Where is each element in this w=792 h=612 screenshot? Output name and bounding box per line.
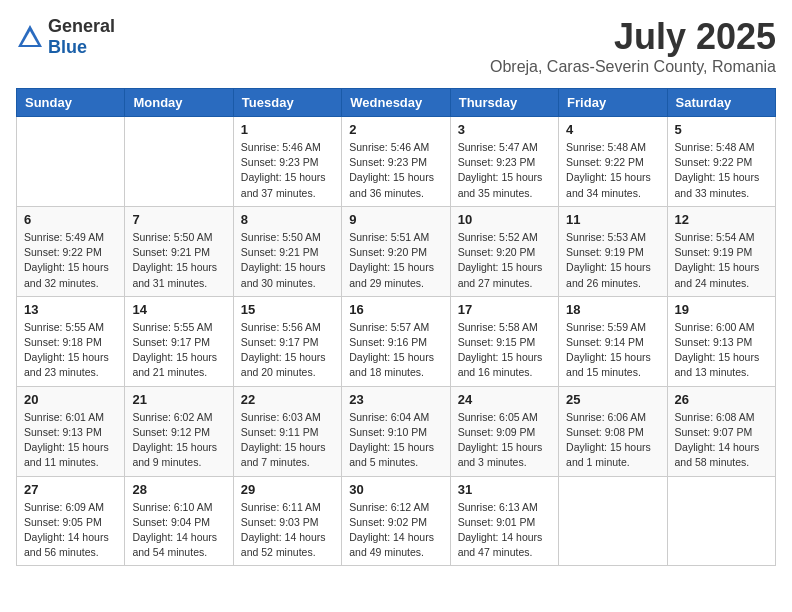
calendar-cell: 24Sunrise: 6:05 AM Sunset: 9:09 PM Dayli…	[450, 386, 558, 476]
day-number: 4	[566, 122, 659, 137]
day-info: Sunrise: 5:50 AM Sunset: 9:21 PM Dayligh…	[241, 230, 334, 291]
day-info: Sunrise: 6:04 AM Sunset: 9:10 PM Dayligh…	[349, 410, 442, 471]
calendar-cell: 19Sunrise: 6:00 AM Sunset: 9:13 PM Dayli…	[667, 296, 775, 386]
day-of-week-thursday: Thursday	[450, 89, 558, 117]
calendar-cell: 20Sunrise: 6:01 AM Sunset: 9:13 PM Dayli…	[17, 386, 125, 476]
day-info: Sunrise: 6:11 AM Sunset: 9:03 PM Dayligh…	[241, 500, 334, 561]
day-number: 16	[349, 302, 442, 317]
day-info: Sunrise: 5:46 AM Sunset: 9:23 PM Dayligh…	[241, 140, 334, 201]
day-number: 11	[566, 212, 659, 227]
day-number: 24	[458, 392, 551, 407]
calendar-cell: 5Sunrise: 5:48 AM Sunset: 9:22 PM Daylig…	[667, 117, 775, 207]
day-number: 23	[349, 392, 442, 407]
day-info: Sunrise: 5:48 AM Sunset: 9:22 PM Dayligh…	[566, 140, 659, 201]
day-number: 3	[458, 122, 551, 137]
day-info: Sunrise: 5:56 AM Sunset: 9:17 PM Dayligh…	[241, 320, 334, 381]
calendar-cell: 27Sunrise: 6:09 AM Sunset: 9:05 PM Dayli…	[17, 476, 125, 566]
calendar-cell: 9Sunrise: 5:51 AM Sunset: 9:20 PM Daylig…	[342, 206, 450, 296]
calendar-cell	[125, 117, 233, 207]
day-number: 13	[24, 302, 117, 317]
day-of-week-sunday: Sunday	[17, 89, 125, 117]
day-info: Sunrise: 5:55 AM Sunset: 9:17 PM Dayligh…	[132, 320, 225, 381]
calendar-cell: 30Sunrise: 6:12 AM Sunset: 9:02 PM Dayli…	[342, 476, 450, 566]
days-of-week-row: SundayMondayTuesdayWednesdayThursdayFrid…	[17, 89, 776, 117]
title-block: July 2025 Obreja, Caras-Severin County, …	[490, 16, 776, 76]
day-number: 5	[675, 122, 768, 137]
day-info: Sunrise: 5:48 AM Sunset: 9:22 PM Dayligh…	[675, 140, 768, 201]
day-number: 8	[241, 212, 334, 227]
day-number: 28	[132, 482, 225, 497]
day-info: Sunrise: 6:10 AM Sunset: 9:04 PM Dayligh…	[132, 500, 225, 561]
calendar-cell: 2Sunrise: 5:46 AM Sunset: 9:23 PM Daylig…	[342, 117, 450, 207]
day-number: 21	[132, 392, 225, 407]
day-of-week-monday: Monday	[125, 89, 233, 117]
week-row: 6Sunrise: 5:49 AM Sunset: 9:22 PM Daylig…	[17, 206, 776, 296]
day-info: Sunrise: 5:57 AM Sunset: 9:16 PM Dayligh…	[349, 320, 442, 381]
day-info: Sunrise: 5:51 AM Sunset: 9:20 PM Dayligh…	[349, 230, 442, 291]
calendar-cell: 25Sunrise: 6:06 AM Sunset: 9:08 PM Dayli…	[559, 386, 667, 476]
subtitle: Obreja, Caras-Severin County, Romania	[490, 58, 776, 76]
logo: General Blue	[16, 16, 115, 58]
calendar-body: 1Sunrise: 5:46 AM Sunset: 9:23 PM Daylig…	[17, 117, 776, 566]
logo-text: General Blue	[48, 16, 115, 58]
calendar-cell: 21Sunrise: 6:02 AM Sunset: 9:12 PM Dayli…	[125, 386, 233, 476]
calendar-cell: 8Sunrise: 5:50 AM Sunset: 9:21 PM Daylig…	[233, 206, 341, 296]
day-info: Sunrise: 6:05 AM Sunset: 9:09 PM Dayligh…	[458, 410, 551, 471]
day-number: 22	[241, 392, 334, 407]
day-number: 9	[349, 212, 442, 227]
day-number: 2	[349, 122, 442, 137]
day-info: Sunrise: 6:09 AM Sunset: 9:05 PM Dayligh…	[24, 500, 117, 561]
day-number: 26	[675, 392, 768, 407]
day-info: Sunrise: 6:12 AM Sunset: 9:02 PM Dayligh…	[349, 500, 442, 561]
day-info: Sunrise: 6:08 AM Sunset: 9:07 PM Dayligh…	[675, 410, 768, 471]
day-number: 15	[241, 302, 334, 317]
day-info: Sunrise: 5:58 AM Sunset: 9:15 PM Dayligh…	[458, 320, 551, 381]
day-number: 14	[132, 302, 225, 317]
day-info: Sunrise: 5:46 AM Sunset: 9:23 PM Dayligh…	[349, 140, 442, 201]
day-info: Sunrise: 6:01 AM Sunset: 9:13 PM Dayligh…	[24, 410, 117, 471]
calendar-cell: 11Sunrise: 5:53 AM Sunset: 9:19 PM Dayli…	[559, 206, 667, 296]
calendar-cell: 7Sunrise: 5:50 AM Sunset: 9:21 PM Daylig…	[125, 206, 233, 296]
day-number: 25	[566, 392, 659, 407]
day-info: Sunrise: 6:00 AM Sunset: 9:13 PM Dayligh…	[675, 320, 768, 381]
day-of-week-wednesday: Wednesday	[342, 89, 450, 117]
calendar-cell: 3Sunrise: 5:47 AM Sunset: 9:23 PM Daylig…	[450, 117, 558, 207]
calendar-cell: 14Sunrise: 5:55 AM Sunset: 9:17 PM Dayli…	[125, 296, 233, 386]
day-info: Sunrise: 5:47 AM Sunset: 9:23 PM Dayligh…	[458, 140, 551, 201]
day-of-week-friday: Friday	[559, 89, 667, 117]
day-info: Sunrise: 5:55 AM Sunset: 9:18 PM Dayligh…	[24, 320, 117, 381]
day-number: 10	[458, 212, 551, 227]
calendar-cell: 6Sunrise: 5:49 AM Sunset: 9:22 PM Daylig…	[17, 206, 125, 296]
calendar-cell: 4Sunrise: 5:48 AM Sunset: 9:22 PM Daylig…	[559, 117, 667, 207]
day-number: 17	[458, 302, 551, 317]
week-row: 20Sunrise: 6:01 AM Sunset: 9:13 PM Dayli…	[17, 386, 776, 476]
calendar-cell	[17, 117, 125, 207]
calendar-cell: 28Sunrise: 6:10 AM Sunset: 9:04 PM Dayli…	[125, 476, 233, 566]
day-number: 31	[458, 482, 551, 497]
calendar-cell: 16Sunrise: 5:57 AM Sunset: 9:16 PM Dayli…	[342, 296, 450, 386]
logo-general: General	[48, 16, 115, 36]
day-info: Sunrise: 6:03 AM Sunset: 9:11 PM Dayligh…	[241, 410, 334, 471]
calendar-cell: 1Sunrise: 5:46 AM Sunset: 9:23 PM Daylig…	[233, 117, 341, 207]
day-of-week-tuesday: Tuesday	[233, 89, 341, 117]
calendar-cell: 13Sunrise: 5:55 AM Sunset: 9:18 PM Dayli…	[17, 296, 125, 386]
day-number: 30	[349, 482, 442, 497]
day-info: Sunrise: 5:50 AM Sunset: 9:21 PM Dayligh…	[132, 230, 225, 291]
calendar-cell: 22Sunrise: 6:03 AM Sunset: 9:11 PM Dayli…	[233, 386, 341, 476]
calendar-table: SundayMondayTuesdayWednesdayThursdayFrid…	[16, 88, 776, 566]
week-row: 27Sunrise: 6:09 AM Sunset: 9:05 PM Dayli…	[17, 476, 776, 566]
calendar-cell: 31Sunrise: 6:13 AM Sunset: 9:01 PM Dayli…	[450, 476, 558, 566]
day-info: Sunrise: 5:52 AM Sunset: 9:20 PM Dayligh…	[458, 230, 551, 291]
day-info: Sunrise: 5:54 AM Sunset: 9:19 PM Dayligh…	[675, 230, 768, 291]
day-number: 12	[675, 212, 768, 227]
calendar-cell: 29Sunrise: 6:11 AM Sunset: 9:03 PM Dayli…	[233, 476, 341, 566]
week-row: 13Sunrise: 5:55 AM Sunset: 9:18 PM Dayli…	[17, 296, 776, 386]
week-row: 1Sunrise: 5:46 AM Sunset: 9:23 PM Daylig…	[17, 117, 776, 207]
day-number: 7	[132, 212, 225, 227]
day-number: 20	[24, 392, 117, 407]
day-number: 6	[24, 212, 117, 227]
calendar-cell: 26Sunrise: 6:08 AM Sunset: 9:07 PM Dayli…	[667, 386, 775, 476]
day-info: Sunrise: 6:13 AM Sunset: 9:01 PM Dayligh…	[458, 500, 551, 561]
day-info: Sunrise: 5:49 AM Sunset: 9:22 PM Dayligh…	[24, 230, 117, 291]
day-info: Sunrise: 5:53 AM Sunset: 9:19 PM Dayligh…	[566, 230, 659, 291]
